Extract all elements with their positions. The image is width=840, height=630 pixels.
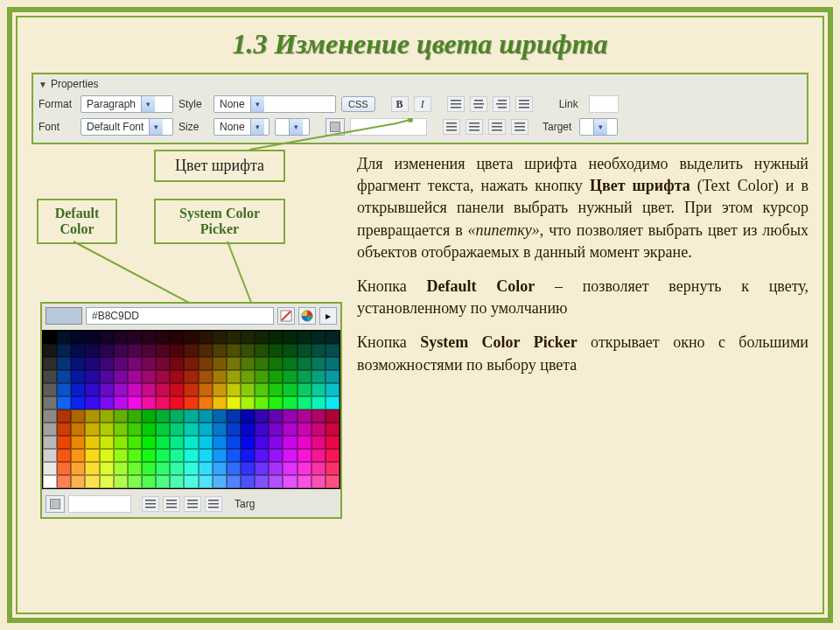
palette-cell[interactable] [241, 383, 255, 396]
palette-cell[interactable] [57, 370, 71, 383]
italic-button[interactable]: I [414, 96, 431, 112]
palette-cell[interactable] [43, 410, 57, 423]
palette-cell[interactable] [227, 462, 241, 475]
align-justify-button[interactable] [515, 96, 533, 112]
palette-cell[interactable] [100, 436, 114, 449]
palette-cell[interactable] [255, 357, 269, 370]
palette-cell[interactable] [269, 370, 283, 383]
palette-cell[interactable] [326, 370, 340, 383]
palette-cell[interactable] [213, 331, 227, 344]
palette-cell[interactable] [128, 370, 142, 383]
palette-cell[interactable] [326, 410, 340, 423]
palette-cell[interactable] [71, 344, 85, 357]
palette-cell[interactable] [142, 410, 156, 423]
palette-cell[interactable] [241, 370, 255, 383]
target-combo[interactable]: ▾ [579, 118, 618, 136]
palette-cell[interactable] [57, 344, 71, 357]
palette-cell[interactable] [128, 462, 142, 475]
palette-cell[interactable] [100, 396, 114, 410]
palette-cell[interactable] [128, 475, 142, 488]
palette-cell[interactable] [199, 344, 213, 357]
palette-cell[interactable] [227, 396, 241, 410]
palette-cell[interactable] [283, 357, 297, 370]
palette-cell[interactable] [227, 370, 241, 383]
palette-cell[interactable] [312, 436, 326, 449]
palette-cell[interactable] [71, 331, 85, 344]
palette-cell[interactable] [170, 449, 184, 462]
palette-cell[interactable] [255, 423, 269, 436]
format-combo[interactable]: Paragraph▾ [80, 95, 173, 113]
palette-cell[interactable] [100, 383, 114, 396]
palette-cell[interactable] [43, 423, 57, 436]
palette-cell[interactable] [43, 357, 57, 370]
palette-cell[interactable] [199, 475, 213, 488]
palette-cell[interactable] [57, 462, 71, 475]
palette-cell[interactable] [57, 449, 71, 462]
palette-cell[interactable] [312, 462, 326, 475]
palette-cell[interactable] [227, 423, 241, 436]
palette-cell[interactable] [255, 370, 269, 383]
palette-cell[interactable] [156, 436, 170, 449]
align-right-button[interactable] [493, 96, 510, 112]
palette-cell[interactable] [170, 410, 184, 423]
palette-cell[interactable] [184, 423, 198, 436]
palette-cell[interactable] [269, 344, 283, 357]
palette-cell[interactable] [298, 462, 312, 475]
color-input-2[interactable] [68, 495, 131, 513]
palette-cell[interactable] [142, 370, 156, 383]
palette-cell[interactable] [312, 344, 326, 357]
default-color-button[interactable] [277, 307, 295, 325]
palette-cell[interactable] [156, 449, 170, 462]
palette-cell[interactable] [85, 449, 99, 462]
palette-cell[interactable] [156, 383, 170, 396]
palette-cell[interactable] [85, 396, 99, 410]
palette-cell[interactable] [326, 462, 340, 475]
palette-cell[interactable] [71, 410, 85, 423]
palette-cell[interactable] [255, 344, 269, 357]
picker-menu-button[interactable]: ▸ [319, 307, 337, 325]
palette-cell[interactable] [326, 423, 340, 436]
palette-cell[interactable] [283, 396, 297, 410]
palette-cell[interactable] [213, 383, 227, 396]
palette-cell[interactable] [213, 410, 227, 423]
palette-cell[interactable] [227, 344, 241, 357]
palette-cell[interactable] [85, 357, 99, 370]
palette-cell[interactable] [255, 410, 269, 423]
palette-cell[interactable] [227, 436, 241, 449]
palette-cell[interactable] [128, 423, 142, 436]
palette-cell[interactable] [298, 410, 312, 423]
palette-cell[interactable] [170, 344, 184, 357]
palette-cell[interactable] [142, 383, 156, 396]
palette-cell[interactable] [227, 449, 241, 462]
palette-cell[interactable] [312, 423, 326, 436]
palette-cell[interactable] [227, 475, 241, 488]
palette-cell[interactable] [213, 370, 227, 383]
palette-cell[interactable] [326, 357, 340, 370]
palette-cell[interactable] [199, 410, 213, 423]
palette-cell[interactable] [71, 396, 85, 410]
palette-cell[interactable] [283, 344, 297, 357]
palette-cell[interactable] [114, 436, 128, 449]
palette-cell[interactable] [213, 344, 227, 357]
palette-cell[interactable] [227, 357, 241, 370]
hex-input[interactable]: #B8C9DD [86, 307, 274, 325]
palette-cell[interactable] [326, 383, 340, 396]
palette-cell[interactable] [241, 331, 255, 344]
palette-cell[interactable] [156, 331, 170, 344]
palette-cell[interactable] [156, 410, 170, 423]
align-left-button[interactable] [447, 96, 465, 112]
palette-cell[interactable] [199, 357, 213, 370]
indent-button[interactable] [511, 119, 528, 135]
palette-cell[interactable] [241, 423, 255, 436]
palette-cell[interactable] [170, 423, 184, 436]
palette-cell[interactable] [114, 449, 128, 462]
palette-cell[interactable] [71, 383, 85, 396]
palette-cell[interactable] [184, 357, 198, 370]
palette-cell[interactable] [85, 462, 99, 475]
ol-button-2[interactable] [163, 496, 180, 512]
palette-cell[interactable] [114, 370, 128, 383]
color-input[interactable] [350, 118, 427, 136]
palette-cell[interactable] [227, 383, 241, 396]
palette-cell[interactable] [213, 449, 227, 462]
palette-cell[interactable] [100, 331, 114, 344]
